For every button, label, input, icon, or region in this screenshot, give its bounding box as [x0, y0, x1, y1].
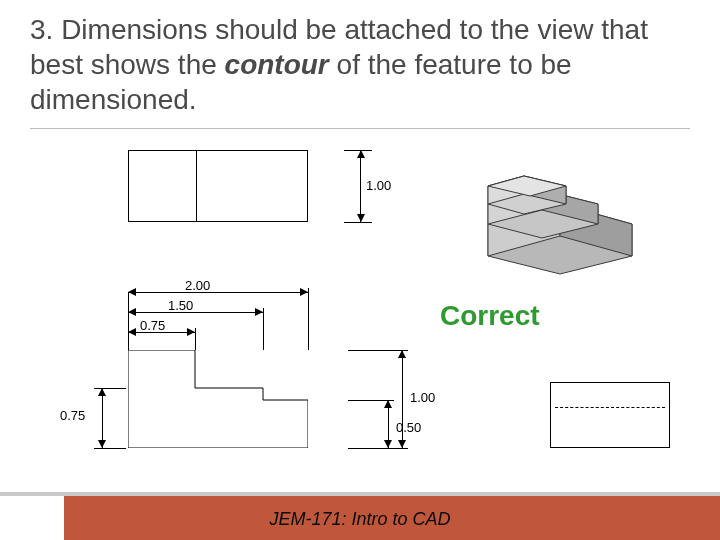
dimension-line [102, 388, 103, 448]
isometric-svg [470, 156, 650, 276]
dimension-step-height-small [88, 388, 116, 448]
arrowhead-down-icon [357, 214, 365, 222]
arrowhead-up-icon [384, 400, 392, 408]
step-outline-svg [128, 350, 308, 448]
slide: 3. Dimensions should be attached to the … [0, 0, 720, 540]
arrowhead-left-icon [128, 308, 136, 316]
dimension-label-width-small: 0.75 [140, 318, 165, 333]
arrowhead-right-icon [187, 328, 195, 336]
dimension-line [360, 150, 361, 222]
dimension-label-step-height-small: 0.75 [60, 408, 85, 423]
extension-line [195, 328, 196, 350]
arrowhead-up-icon [98, 388, 106, 396]
correct-label: Correct [440, 300, 540, 332]
dimension-width-mid [128, 312, 263, 313]
arrowhead-right-icon [255, 308, 263, 316]
arrowhead-right-icon [300, 288, 308, 296]
extension-line [263, 308, 264, 350]
extension-line [308, 288, 309, 350]
dimension-label-ledge-height: 0.50 [396, 420, 421, 435]
dimension-label-overall-height: 1.00 [410, 390, 435, 405]
arrowhead-down-icon [384, 440, 392, 448]
internal-edge-line [196, 151, 197, 221]
diagram-area: 1.00 [50, 140, 700, 480]
footer-course-text: JEM-171: Intro to CAD [0, 509, 720, 530]
heading-emphasis: contour [225, 49, 329, 80]
extension-line [94, 448, 126, 449]
isometric-view [470, 156, 650, 276]
extension-line [348, 448, 408, 449]
dimension-label-top-height: 1.00 [366, 178, 391, 193]
extension-line [344, 222, 372, 223]
arrowhead-left-icon [128, 328, 136, 336]
side-orthographic-view [128, 350, 308, 448]
dimension-width-full [128, 292, 308, 293]
arrowhead-up-icon [398, 350, 406, 358]
dimension-label-width-full: 2.00 [185, 278, 210, 293]
arrowhead-down-icon [398, 440, 406, 448]
right-orthographic-view [550, 382, 670, 448]
heading-number: 3. [30, 14, 53, 45]
dimension-label-width-mid: 1.50 [168, 298, 193, 313]
arrowhead-down-icon [98, 440, 106, 448]
top-orthographic-view [128, 150, 308, 222]
arrowhead-left-icon [128, 288, 136, 296]
heading-underline [30, 128, 690, 129]
hidden-line [555, 407, 665, 408]
slide-heading: 3. Dimensions should be attached to the … [30, 12, 690, 117]
extension-line [128, 292, 129, 350]
arrowhead-up-icon [357, 150, 365, 158]
